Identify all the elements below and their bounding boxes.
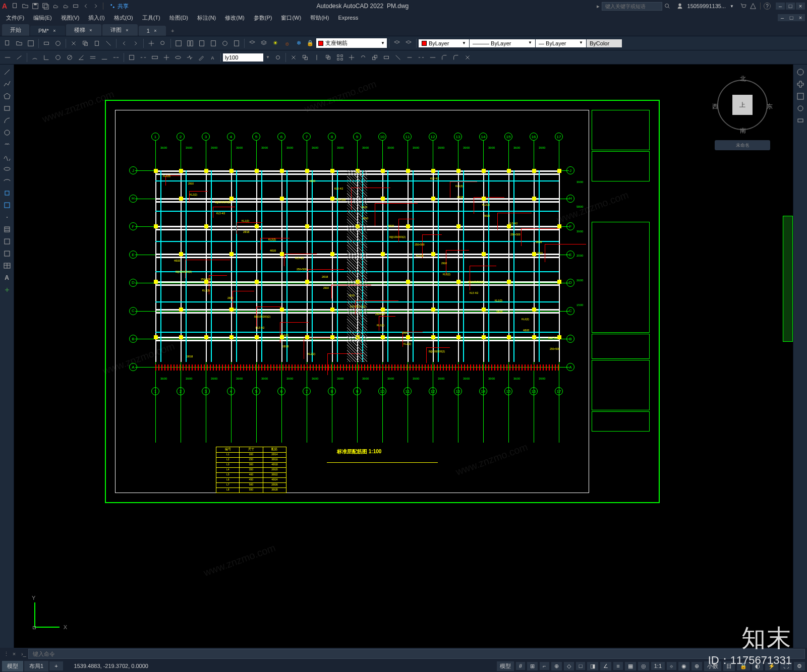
paste-icon[interactable] bbox=[91, 38, 102, 49]
layout1-tab[interactable]: 布局1 bbox=[24, 661, 48, 671]
menu-insert[interactable]: 插入(I) bbox=[84, 13, 108, 23]
annoscale[interactable]: 1:1 bbox=[651, 662, 665, 670]
mod-copy-icon[interactable] bbox=[300, 52, 311, 63]
plotstyle-dropdown[interactable]: ByColor bbox=[587, 39, 622, 47]
dim-quick-icon[interactable] bbox=[87, 52, 98, 63]
insert-block-icon[interactable] bbox=[2, 188, 13, 199]
jog-icon[interactable] bbox=[184, 52, 195, 63]
dim-edit-icon[interactable] bbox=[196, 52, 207, 63]
annotation-monitor[interactable]: ⊕ bbox=[691, 662, 702, 670]
transparency-toggle[interactable]: ▦ bbox=[625, 662, 636, 670]
search-icon[interactable] bbox=[663, 2, 671, 10]
spline-icon[interactable] bbox=[2, 151, 13, 162]
cut-icon[interactable] bbox=[68, 38, 79, 49]
menu-draw[interactable]: 绘图(D) bbox=[165, 13, 192, 23]
undo-icon[interactable] bbox=[82, 2, 90, 10]
table-icon[interactable] bbox=[2, 260, 13, 271]
circle-icon[interactable] bbox=[2, 127, 13, 138]
rectangle-icon[interactable] bbox=[2, 103, 13, 114]
mod-move-icon[interactable] bbox=[346, 52, 357, 63]
dimstyle-combo[interactable] bbox=[223, 53, 263, 62]
viewcube[interactable]: 上 北 南 东 西 bbox=[712, 75, 773, 135]
dim-continue-icon[interactable] bbox=[110, 52, 122, 63]
menu-format[interactable]: 格式(O) bbox=[110, 13, 137, 23]
point-icon[interactable] bbox=[2, 212, 13, 223]
command-input[interactable] bbox=[28, 649, 805, 659]
center-mark-icon[interactable] bbox=[161, 52, 172, 63]
mod-fillet-icon[interactable] bbox=[450, 52, 462, 63]
annotation-toggle[interactable]: ⟐ bbox=[667, 662, 676, 670]
ortho-toggle[interactable]: ⌐ bbox=[540, 662, 549, 670]
tab-detail[interactable]: 详图× bbox=[102, 24, 138, 36]
close-icon[interactable]: × bbox=[153, 28, 158, 33]
sheet-set-icon[interactable] bbox=[208, 38, 219, 49]
layer-prev-icon[interactable] bbox=[403, 38, 414, 49]
dim-break-icon[interactable] bbox=[138, 52, 149, 63]
nav-wheel-icon[interactable] bbox=[795, 67, 806, 78]
doc-close-button[interactable]: × bbox=[796, 14, 805, 21]
menu-dimension[interactable]: 标注(N) bbox=[193, 13, 220, 23]
mod-explode-icon[interactable] bbox=[462, 52, 473, 63]
properties-icon[interactable] bbox=[173, 38, 184, 49]
menu-parametric[interactable]: 参数(P) bbox=[250, 13, 276, 23]
snap-toggle[interactable]: ⊞ bbox=[527, 662, 538, 670]
maximize-button[interactable]: □ bbox=[786, 3, 795, 10]
grid-toggle[interactable]: # bbox=[516, 662, 525, 670]
layer-state-icon[interactable] bbox=[258, 38, 269, 49]
dim-angular-icon[interactable] bbox=[76, 52, 87, 63]
tolerance-icon[interactable] bbox=[149, 52, 160, 63]
cmd-close-icon[interactable]: × bbox=[10, 650, 18, 658]
save-icon[interactable] bbox=[31, 2, 39, 10]
open-icon[interactable] bbox=[21, 2, 29, 10]
user-area[interactable]: 15059991135... ▼ bbox=[676, 3, 734, 10]
minimize-button[interactable]: – bbox=[776, 3, 785, 10]
layout-add[interactable]: + bbox=[49, 661, 63, 670]
cmd-handle-icon[interactable]: ⋮ bbox=[2, 650, 10, 658]
mod-stretch-icon[interactable] bbox=[381, 52, 392, 63]
print-icon[interactable] bbox=[41, 38, 52, 49]
save-icon[interactable] bbox=[25, 38, 36, 49]
mod-chamfer-icon[interactable] bbox=[439, 52, 450, 63]
sun-icon[interactable]: ☼ bbox=[281, 38, 293, 49]
workspace-switch[interactable]: ◉ bbox=[678, 662, 689, 670]
markup-icon[interactable] bbox=[219, 38, 230, 49]
hatch-icon[interactable] bbox=[2, 224, 13, 235]
light-on-icon[interactable]: ☀ bbox=[270, 38, 281, 49]
viewcube-south[interactable]: 南 bbox=[740, 127, 746, 135]
mod-array-icon[interactable] bbox=[334, 52, 345, 63]
tool-palette-icon[interactable] bbox=[196, 38, 207, 49]
tab-pm[interactable]: PM*× bbox=[30, 26, 65, 36]
dim-ordinate-icon[interactable] bbox=[41, 52, 52, 63]
drawing-canvas[interactable]: 上 北 南 东 西 未命名 1234567891011121314151617 … bbox=[14, 65, 793, 648]
mod-erase-icon[interactable] bbox=[288, 52, 299, 63]
ellipse-arc-icon[interactable] bbox=[2, 175, 13, 187]
dim-arc-icon[interactable] bbox=[29, 52, 40, 63]
menu-file[interactable]: 文件(F) bbox=[2, 13, 28, 23]
layer-dropdown[interactable]: 支座钢筋 ▼ bbox=[316, 38, 387, 48]
gradient-icon[interactable] bbox=[2, 236, 13, 247]
polygon-icon[interactable] bbox=[2, 91, 13, 102]
design-center-icon[interactable] bbox=[185, 38, 196, 49]
saveas-icon[interactable] bbox=[41, 2, 49, 10]
linetype-dropdown[interactable]: ——— ByLayer ▼ bbox=[470, 39, 535, 47]
nav-panel-edge[interactable] bbox=[783, 216, 793, 342]
dim-text-edit-icon[interactable]: A bbox=[207, 52, 218, 63]
line-icon[interactable] bbox=[2, 67, 13, 78]
osnap-toggle[interactable]: □ bbox=[576, 662, 586, 670]
mod-trim-icon[interactable] bbox=[392, 52, 404, 63]
share-button[interactable]: 共享 bbox=[109, 3, 129, 10]
orbit-icon[interactable] bbox=[795, 103, 806, 114]
help-icon[interactable]: ? bbox=[764, 3, 771, 10]
arc-icon[interactable] bbox=[2, 115, 13, 126]
search-input[interactable] bbox=[602, 2, 662, 11]
match-icon[interactable] bbox=[103, 38, 114, 49]
revcloud-icon[interactable] bbox=[2, 139, 13, 150]
cloud-open-icon[interactable] bbox=[51, 2, 60, 10]
polyline-icon[interactable] bbox=[2, 79, 13, 90]
preview-icon[interactable] bbox=[52, 38, 64, 49]
mod-extend-icon[interactable] bbox=[404, 52, 415, 63]
lwt-toggle[interactable]: ≡ bbox=[613, 662, 622, 670]
menu-tools[interactable]: 工具(T) bbox=[138, 13, 164, 23]
lock-icon[interactable]: 🔒 bbox=[305, 38, 316, 49]
dim-update-icon[interactable] bbox=[272, 52, 283, 63]
